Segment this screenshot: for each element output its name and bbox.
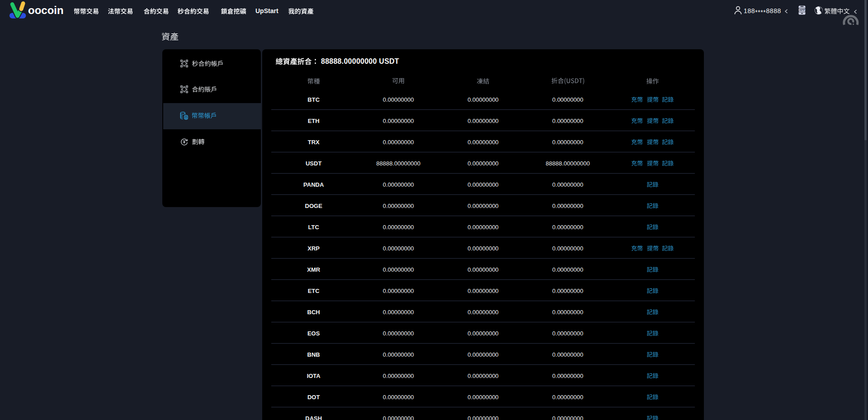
svg-text:APP: APP <box>799 8 805 11</box>
